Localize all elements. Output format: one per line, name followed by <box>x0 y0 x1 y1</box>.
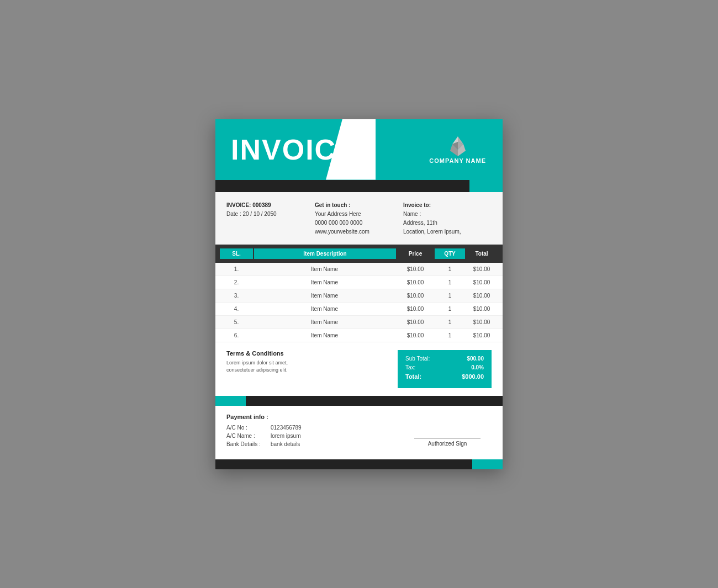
terms-title: Terms & Conditions <box>226 350 392 357</box>
signature-line <box>414 438 481 438</box>
td-sl: 2. <box>220 279 253 285</box>
td-description: Item Name <box>253 332 396 338</box>
tax-row: Tax: 0.0% <box>405 364 484 370</box>
invoice-to-location: Location, Lorem Ipsum, <box>403 227 492 236</box>
td-price: $10.00 <box>396 279 435 285</box>
td-qty: 1 <box>435 266 465 272</box>
invoice-to-col: Invoice to: Name : Address, 11th Locatio… <box>403 201 492 236</box>
td-total: $10.00 <box>465 319 498 325</box>
contact-phone: 0000 000 000 0000 <box>315 219 403 227</box>
td-sl: 6. <box>220 332 253 338</box>
ac-name-label: A/C Name : <box>226 433 271 439</box>
header-black-bar <box>215 180 503 192</box>
ac-no-value: 0123456789 <box>271 425 302 431</box>
mid-teal-accent <box>215 396 246 406</box>
tax-label: Tax: <box>405 364 415 370</box>
col-header-total: Total <box>465 248 498 259</box>
contact-address: Your Address Here <box>315 210 403 219</box>
td-qty: 1 <box>435 293 465 299</box>
summary-section: Terms & Conditions Lorem ipsum dolor sit… <box>215 342 503 396</box>
payment-section: Payment info : A/C No : 0123456789 A/C N… <box>215 406 503 459</box>
authorized-sign-label: Authorized Sign <box>428 441 467 447</box>
td-price: $10.00 <box>396 293 435 299</box>
contact-col: Get in touch : Your Address Here 0000 00… <box>315 201 403 236</box>
payment-col: Payment info : A/C No : 0123456789 A/C N… <box>226 414 398 449</box>
bank-label: Bank Details : <box>226 441 271 447</box>
table-body: 1. Item Name $10.00 1 $10.00 2. Item Nam… <box>215 263 503 342</box>
ac-no-row: A/C No : 0123456789 <box>226 425 398 431</box>
ac-name-value: lorem ipsum <box>271 433 300 439</box>
td-sl: 5. <box>220 319 253 325</box>
col-header-description: Item Description <box>254 248 396 259</box>
subtotal-label: Sub Total: <box>405 356 430 362</box>
td-sl: 1. <box>220 266 253 272</box>
contact-title: Get in touch : <box>315 201 403 210</box>
table-row: 3. Item Name $10.00 1 $10.00 <box>215 289 503 303</box>
invoice-document: INVOICE COMPANY NAME INVOICE: 000389 Dat… <box>215 119 503 469</box>
table-row: 2. Item Name $10.00 1 $10.00 <box>215 276 503 289</box>
bank-row: Bank Details : bank details <box>226 441 398 447</box>
invoice-to-title: Invoice to: <box>403 201 492 210</box>
td-qty: 1 <box>435 279 465 285</box>
table-header: SL. Item Description Price QTY Total <box>215 245 503 263</box>
td-price: $10.00 <box>396 319 435 325</box>
subtotal-value: $00.00 <box>467 356 484 362</box>
total-label: Total: <box>405 373 421 380</box>
td-description: Item Name <box>253 293 396 299</box>
td-total: $10.00 <box>465 279 498 285</box>
total-row: Total: $000.00 <box>405 373 484 380</box>
td-total: $10.00 <box>465 306 498 312</box>
td-sl: 3. <box>220 293 253 299</box>
td-price: $10.00 <box>396 306 435 312</box>
td-description: Item Name <box>253 306 396 312</box>
info-section: INVOICE: 000389 Date : 20 / 10 / 2050 Ge… <box>215 192 503 245</box>
company-name: COMPANY NAME <box>429 157 486 164</box>
td-total: $10.00 <box>465 332 498 338</box>
td-description: Item Name <box>253 279 396 285</box>
td-sl: 4. <box>220 306 253 312</box>
footer-teal-accent <box>472 459 503 469</box>
td-qty: 1 <box>435 306 465 312</box>
mid-black-bar <box>215 396 503 406</box>
td-price: $10.00 <box>396 266 435 272</box>
contact-website: www.yourwebsite.com <box>315 227 403 236</box>
subtotal-row: Sub Total: $00.00 <box>405 356 484 362</box>
td-total: $10.00 <box>465 293 498 299</box>
terms-col: Terms & Conditions Lorem ipsum dolor sit… <box>226 350 392 388</box>
invoice-title: INVOICE <box>215 133 357 166</box>
terms-text: Lorem ipsum dolor sit amet,consectetuer … <box>226 359 392 374</box>
col-header-sl: SL. <box>220 248 253 259</box>
table-row: 1. Item Name $10.00 1 $10.00 <box>215 263 503 276</box>
col-header-qty: QTY <box>435 248 465 259</box>
invoice-to-name: Name : <box>403 210 492 219</box>
col-header-price: Price <box>396 248 435 259</box>
bank-value: bank details <box>271 441 300 447</box>
td-qty: 1 <box>435 332 465 338</box>
signature-col: Authorized Sign <box>403 414 492 449</box>
company-logo-icon <box>447 135 469 157</box>
payment-title: Payment info : <box>226 414 398 420</box>
table-row: 4. Item Name $10.00 1 $10.00 <box>215 303 503 316</box>
footer-bar <box>215 459 503 469</box>
td-description: Item Name <box>253 266 396 272</box>
td-description: Item Name <box>253 319 396 325</box>
header-teal-accent <box>469 180 503 192</box>
td-price: $10.00 <box>396 332 435 338</box>
ac-no-label: A/C No : <box>226 425 271 431</box>
td-total: $10.00 <box>465 266 498 272</box>
td-qty: 1 <box>435 319 465 325</box>
invoice-date: Date : 20 / 10 / 2050 <box>226 210 315 219</box>
invoice-header: INVOICE COMPANY NAME <box>215 119 503 180</box>
invoice-number: INVOICE: 000389 <box>226 201 315 210</box>
totals-col: Sub Total: $00.00 Tax: 0.0% Total: $000.… <box>398 350 492 388</box>
table-row: 6. Item Name $10.00 1 $10.00 <box>215 329 503 342</box>
tax-value: 0.0% <box>471 364 484 370</box>
company-info: COMPANY NAME <box>429 135 486 164</box>
invoice-to-address: Address, 11th <box>403 219 492 227</box>
ac-name-row: A/C Name : lorem ipsum <box>226 433 398 439</box>
invoice-details-col: INVOICE: 000389 Date : 20 / 10 / 2050 <box>226 201 315 236</box>
total-value: $000.00 <box>462 373 484 380</box>
table-row: 5. Item Name $10.00 1 $10.00 <box>215 316 503 329</box>
